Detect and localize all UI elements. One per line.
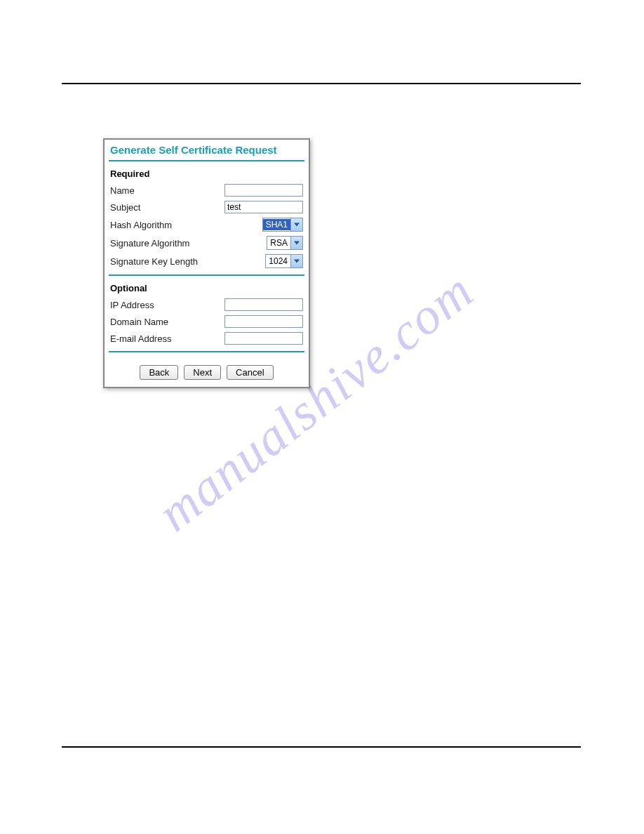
- divider: [109, 351, 304, 352]
- required-section-heading: Required: [109, 167, 304, 182]
- signature-key-length-select[interactable]: 1024: [265, 254, 303, 268]
- back-button[interactable]: Back: [140, 365, 178, 380]
- email-address-row: E-mail Address: [109, 330, 304, 347]
- domain-name-input[interactable]: [224, 315, 303, 328]
- chevron-down-icon: [290, 237, 302, 249]
- cancel-button[interactable]: Cancel: [227, 365, 273, 380]
- name-label: Name: [110, 185, 224, 196]
- email-address-input[interactable]: [224, 332, 303, 345]
- divider: [109, 160, 304, 161]
- name-input[interactable]: [224, 184, 303, 197]
- ip-address-label: IP Address: [110, 300, 224, 310]
- signature-key-length-label: Signature Key Length: [110, 256, 265, 267]
- dialog-title: Generate Self Certificate Request: [109, 143, 304, 160]
- optional-section-heading: Optional: [109, 282, 304, 296]
- button-row: Back Next Cancel: [109, 358, 304, 380]
- domain-name-row: Domain Name: [109, 313, 304, 330]
- hash-algorithm-row: Hash Algorithm SHA1: [109, 216, 304, 234]
- hash-algorithm-label: Hash Algorithm: [110, 220, 262, 230]
- ip-address-input[interactable]: [224, 298, 303, 311]
- subject-label: Subject: [110, 202, 224, 213]
- domain-name-label: Domain Name: [110, 317, 224, 327]
- signature-key-length-value: 1024: [266, 256, 290, 267]
- signature-algorithm-row: Signature Algorithm RSA: [109, 234, 304, 252]
- horizontal-rule-bottom: [62, 746, 581, 748]
- subject-input[interactable]: [224, 201, 303, 213]
- signature-algorithm-value: RSA: [267, 237, 290, 249]
- hash-algorithm-select[interactable]: SHA1: [262, 218, 303, 232]
- signature-key-length-row: Signature Key Length 1024: [109, 252, 304, 270]
- hash-algorithm-value: SHA1: [263, 219, 290, 230]
- subject-row: Subject: [109, 199, 304, 216]
- horizontal-rule-top: [62, 83, 581, 84]
- signature-algorithm-select[interactable]: RSA: [267, 236, 303, 250]
- email-address-label: E-mail Address: [110, 333, 224, 344]
- name-row: Name: [109, 182, 304, 199]
- chevron-down-icon: [290, 255, 302, 267]
- certificate-request-dialog: Generate Self Certificate Request Requir…: [103, 138, 310, 388]
- chevron-down-icon: [290, 218, 302, 231]
- ip-address-row: IP Address: [109, 296, 304, 313]
- next-button[interactable]: Next: [184, 365, 221, 380]
- signature-algorithm-label: Signature Algorithm: [110, 238, 267, 249]
- divider: [109, 274, 304, 276]
